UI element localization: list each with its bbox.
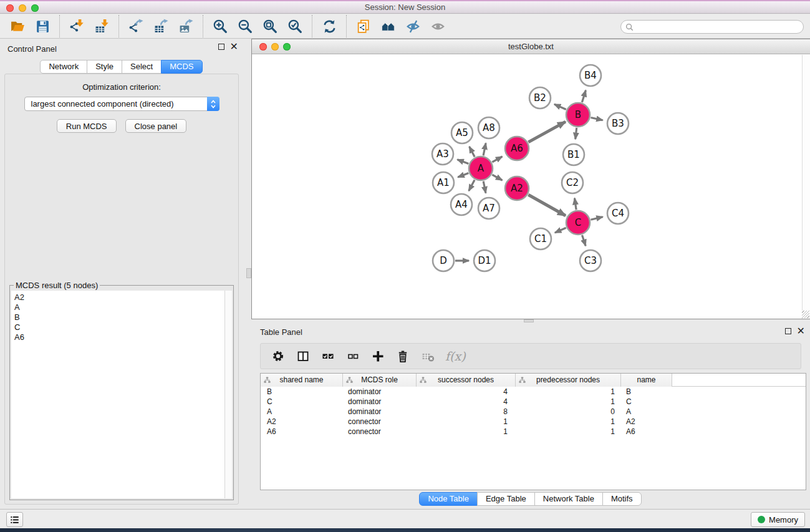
tab-network-table[interactable]: Network Table <box>534 492 603 506</box>
table-header-row[interactable]: shared name MCDS role successor nodes pr… <box>261 374 806 387</box>
cell[interactable]: C <box>621 397 672 407</box>
table-row[interactable]: A2connector11A2 <box>261 417 806 427</box>
network-window-titlebar[interactable]: testGlobe.txt <box>252 39 810 54</box>
export-network-button[interactable] <box>123 16 148 37</box>
export-image-button[interactable] <box>173 16 198 37</box>
node-A8[interactable]: A8 <box>478 117 499 138</box>
edge-C-C3[interactable] <box>582 235 586 246</box>
import-network-button[interactable] <box>64 16 89 37</box>
node-B1[interactable]: B1 <box>563 144 584 165</box>
edge-B-B3[interactable] <box>591 118 603 120</box>
delete-column-button[interactable] <box>395 349 410 364</box>
tab-select[interactable]: Select <box>122 60 162 74</box>
cell[interactable]: connector <box>343 427 417 437</box>
deselect-all-button[interactable] <box>345 349 360 364</box>
cell[interactable]: 1 <box>516 417 621 427</box>
zoom-fit-button[interactable] <box>258 16 282 37</box>
cell[interactable]: connector <box>343 417 417 427</box>
select-all-button[interactable] <box>321 349 335 364</box>
search-input[interactable] <box>636 21 803 32</box>
column-header-MCDS-role[interactable]: MCDS role <box>343 374 417 387</box>
vertical-splitter-handle[interactable] <box>246 268 251 278</box>
result-item[interactable]: C <box>14 322 224 332</box>
cell[interactable]: 1 <box>417 427 516 437</box>
node-A2[interactable]: A2 <box>505 177 529 200</box>
result-item[interactable]: A <box>14 302 224 312</box>
table-row[interactable]: Bdominator41B <box>261 387 806 397</box>
node-A5[interactable]: A5 <box>451 122 473 143</box>
node-A1[interactable]: A1 <box>433 172 454 193</box>
node-B4[interactable]: B4 <box>580 65 601 86</box>
cell[interactable]: 1 <box>516 387 621 397</box>
result-item[interactable]: A6 <box>14 332 224 342</box>
close-panel-button[interactable]: Close panel <box>125 119 187 133</box>
edge-C-C2[interactable] <box>575 198 577 210</box>
close-table-panel-icon[interactable]: ✕ <box>797 328 805 334</box>
node-C2[interactable]: C2 <box>562 172 583 193</box>
cell[interactable]: A2 <box>621 417 672 427</box>
column-header-name[interactable]: name <box>621 374 672 387</box>
float-panel-icon[interactable] <box>218 44 224 50</box>
edge-A-A1[interactable] <box>458 173 468 178</box>
import-table-button[interactable] <box>89 16 114 37</box>
edge-A6-B[interactable] <box>528 122 566 142</box>
node-A7[interactable]: A7 <box>478 198 499 219</box>
node-table[interactable]: shared name MCDS role successor nodes pr… <box>260 373 806 490</box>
tab-node-table[interactable]: Node Table <box>419 492 478 506</box>
column-header-predecessor-nodes[interactable]: predecessor nodes <box>516 374 621 387</box>
edge-A-A7[interactable] <box>483 181 486 193</box>
table-row[interactable]: Adominator80A <box>261 407 806 417</box>
float-table-panel-icon[interactable] <box>785 328 791 334</box>
cell[interactable]: 4 <box>417 387 516 397</box>
column-header-shared-name[interactable]: shared name <box>261 374 343 387</box>
zoom-in-button[interactable] <box>208 16 233 37</box>
network-scrollbar-track[interactable] <box>802 55 810 319</box>
cell[interactable]: dominator <box>343 407 417 417</box>
cell[interactable]: B <box>621 387 672 397</box>
zoom-out-button[interactable] <box>233 16 258 37</box>
node-D[interactable]: D <box>433 250 454 271</box>
node-C1[interactable]: C1 <box>530 228 551 249</box>
cell[interactable]: C <box>261 397 343 407</box>
table-row[interactable]: A6connector11A6 <box>261 427 806 437</box>
edge-B-B4[interactable] <box>582 90 586 102</box>
column-visibility-button[interactable] <box>296 349 311 364</box>
edge-C-C1[interactable] <box>555 228 566 233</box>
edge-B-B2[interactable] <box>554 104 566 109</box>
export-table-button[interactable] <box>148 16 173 37</box>
edge-C-C4[interactable] <box>591 217 602 220</box>
task-list-button[interactable] <box>6 512 23 527</box>
criterion-dropdown[interactable]: largest connected component (directed) <box>24 97 219 111</box>
first-neighbors-button[interactable] <box>376 16 401 37</box>
node-C[interactable]: C <box>566 211 590 235</box>
cell[interactable]: A <box>621 407 672 417</box>
node-D1[interactable]: D1 <box>474 250 495 271</box>
tab-edge-table[interactable]: Edge Table <box>477 492 535 506</box>
node-B[interactable]: B <box>566 103 590 127</box>
function-builder-button[interactable]: f(x) <box>445 349 466 363</box>
node-B3[interactable]: B3 <box>607 113 629 134</box>
horizontal-splitter-handle[interactable] <box>524 319 534 322</box>
cell[interactable]: 1 <box>516 427 621 437</box>
result-item[interactable]: A2 <box>14 293 224 302</box>
cell[interactable]: B <box>261 387 343 397</box>
cell[interactable]: 1 <box>417 417 516 427</box>
node-A3[interactable]: A3 <box>432 143 453 165</box>
tab-style[interactable]: Style <box>87 60 122 74</box>
window-resize-grip[interactable] <box>802 311 809 318</box>
tab-mcds[interactable]: MCDS <box>161 60 202 74</box>
add-column-button[interactable] <box>370 349 385 364</box>
edge-A-A5[interactable] <box>470 147 475 157</box>
edge-A-A8[interactable] <box>483 143 486 156</box>
settings-gear-button[interactable] <box>271 349 286 364</box>
cell[interactable]: A2 <box>261 417 343 427</box>
cell[interactable]: 1 <box>516 397 621 407</box>
edge-A2-C[interactable] <box>528 195 566 215</box>
edge-A-A6[interactable] <box>492 157 502 162</box>
table-row[interactable]: Cdominator41C <box>261 397 806 407</box>
node-A4[interactable]: A4 <box>451 194 472 215</box>
column-header-successor-nodes[interactable]: successor nodes <box>417 374 516 387</box>
close-panel-icon[interactable]: ✕ <box>230 44 238 50</box>
result-item[interactable]: B <box>14 312 224 322</box>
edge-A-A3[interactable] <box>457 160 468 164</box>
